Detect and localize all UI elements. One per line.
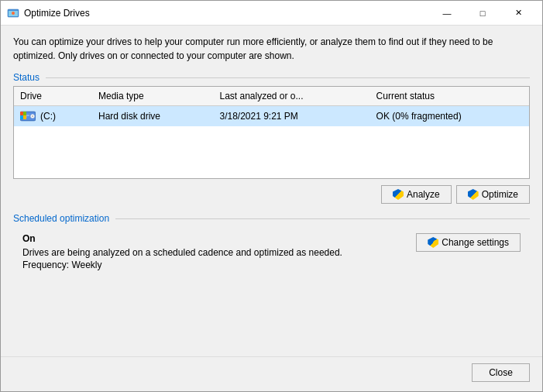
svg-point-6 [32,115,33,117]
analyze-label: Analyze [407,189,440,200]
description-text: You can optimize your drives to help you… [13,35,530,63]
drive-icon [20,110,36,122]
table-header-row: Drive Media type Last analyzed or o... C… [14,87,529,106]
scheduled-section: Scheduled optimization On Drives are bei… [13,213,530,277]
svg-point-2 [12,12,15,15]
status-section: Status Drive Media type Last analyzed or… [13,72,530,185]
scheduled-content: On Drives are being analyzed on a schedu… [13,227,530,277]
scheduled-label: Scheduled optimization [13,213,530,224]
optimize-shield-icon [468,189,479,200]
window-controls: — □ ✕ [429,2,536,25]
last-analyzed-cell: 3/18/2021 9:21 PM [213,106,369,127]
footer: Close [1,356,542,391]
change-settings-label: Change settings [442,237,509,248]
analyze-button[interactable]: Analyze [381,185,452,204]
scheduled-info: On Drives are being analyzed on a schedu… [22,233,342,270]
frequency-text: Frequency: Weekly [22,260,342,270]
table-row[interactable]: (C:) Hard disk drive 3/18/2021 9:21 PM O… [14,106,529,127]
maximize-button[interactable]: □ [465,2,500,25]
drives-table: Drive Media type Last analyzed or o... C… [14,87,529,126]
col-last-analyzed: Last analyzed or o... [213,87,369,106]
optimize-label: Optimize [482,189,518,200]
svg-rect-11 [20,115,23,119]
optimize-drives-window: Optimize Drives — □ ✕ You can optimize y… [0,0,543,392]
analyze-shield-icon [393,189,404,200]
main-content: You can optimize your drives to help you… [1,26,542,356]
drive-label: (C:) [40,111,56,122]
svg-rect-10 [23,112,26,115]
optimize-button[interactable]: Optimize [456,185,530,204]
settings-shield-icon [428,237,438,248]
media-type-cell: Hard disk drive [92,106,213,127]
window-icon [7,7,19,19]
change-settings-button[interactable]: Change settings [416,233,521,252]
frequency-value: Weekly [71,260,101,270]
col-media-type: Media type [92,87,213,106]
status-label: Status [13,72,530,83]
col-drive: Drive [14,87,92,106]
scheduled-info-text: Drives are being analyzed on a scheduled… [22,247,342,258]
drives-table-container: Drive Media type Last analyzed or o... C… [13,86,530,179]
svg-rect-12 [23,115,26,119]
minimize-button[interactable]: — [429,2,465,25]
scheduled-status: On [22,233,342,244]
svg-rect-9 [20,112,23,115]
drive-cell: (C:) [14,106,92,127]
col-current-status: Current status [370,87,529,106]
current-status-cell: OK (0% fragmented) [370,106,529,127]
close-button[interactable]: Close [472,363,530,382]
window-title: Optimize Drives [24,8,429,19]
frequency-label: Frequency: [22,260,71,270]
close-window-button[interactable]: ✕ [500,2,536,25]
title-bar: Optimize Drives — □ ✕ [1,1,542,26]
action-row: Analyze Optimize [13,185,530,204]
